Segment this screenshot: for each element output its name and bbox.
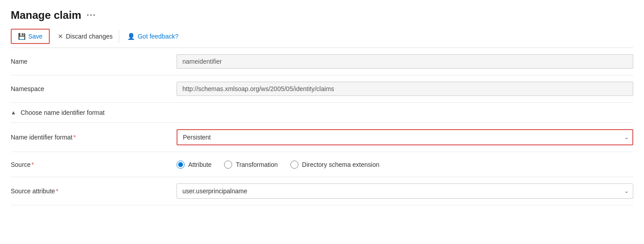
page-title-row: Manage claim ···: [11, 9, 633, 22]
namespace-input[interactable]: [177, 82, 633, 96]
feedback-icon: [127, 33, 135, 40]
page-title-ellipsis: ···: [86, 11, 96, 20]
name-label: Name: [11, 58, 177, 65]
chevron-up-icon: ▲: [11, 109, 16, 116]
source-option-attribute[interactable]: Attribute: [177, 161, 212, 169]
source-radio-transformation[interactable]: [224, 161, 232, 169]
name-identifier-format-row: Name identifier format* Persistent Trans…: [11, 123, 633, 152]
source-attribute-required: *: [56, 187, 58, 195]
name-identifier-format-wrapper: Persistent Transient Email Address Unspe…: [177, 129, 633, 145]
namespace-label: Namespace: [11, 85, 177, 92]
feedback-label: Got feedback?: [138, 33, 178, 40]
save-button[interactable]: Save: [11, 29, 50, 44]
source-required: *: [31, 161, 34, 168]
source-label-directory: Directory schema extension: [302, 161, 380, 168]
save-icon: [18, 32, 26, 40]
name-identifier-format-label: Name identifier format*: [11, 134, 177, 141]
source-row: Source* Attribute Transformation Directo…: [11, 152, 633, 177]
namespace-row: Namespace: [11, 75, 633, 103]
name-input[interactable]: [177, 54, 633, 69]
name-identifier-format-required: *: [73, 134, 76, 141]
source-label-attribute: Attribute: [188, 161, 212, 168]
save-label: Save: [28, 33, 43, 40]
source-radio-attribute[interactable]: [177, 161, 185, 169]
page-container: Manage claim ··· Save Discard changes Go…: [0, 0, 644, 244]
source-attribute-row: Source attribute* user.userprincipalname…: [11, 177, 633, 205]
name-identifier-format-select[interactable]: Persistent Transient Email Address Unspe…: [177, 129, 633, 145]
discard-icon: [58, 32, 63, 40]
source-attribute-select[interactable]: user.userprincipalname user.mail user.di…: [177, 183, 633, 199]
feedback-button[interactable]: Got feedback?: [121, 30, 185, 43]
source-label: Source*: [11, 161, 177, 168]
page-title: Manage claim: [11, 9, 81, 22]
discard-label: Discard changes: [66, 33, 112, 40]
source-radio-directory[interactable]: [290, 161, 298, 169]
section-header: ▲ Choose name identifier format: [11, 103, 633, 123]
source-label-transformation: Transformation: [236, 161, 278, 168]
source-attribute-wrapper: user.userprincipalname user.mail user.di…: [177, 183, 633, 199]
name-row: Name: [11, 48, 633, 75]
source-radio-group: Attribute Transformation Directory schem…: [177, 161, 633, 169]
section-header-label: Choose name identifier format: [21, 109, 105, 116]
discard-button[interactable]: Discard changes: [52, 30, 119, 43]
form-section: Name Namespace ▲ Choose name identifier …: [11, 48, 633, 205]
source-option-transformation[interactable]: Transformation: [224, 161, 278, 169]
toolbar: Save Discard changes Got feedback?: [11, 29, 633, 48]
source-attribute-label: Source attribute*: [11, 187, 177, 195]
source-option-directory[interactable]: Directory schema extension: [290, 161, 380, 169]
